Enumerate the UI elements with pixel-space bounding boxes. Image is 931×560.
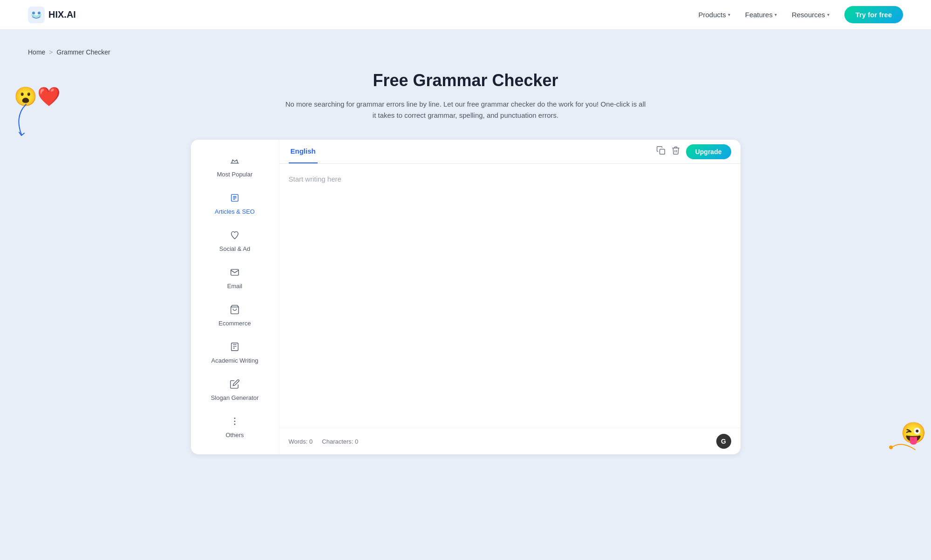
heart-icon — [230, 230, 240, 243]
chars-count: Characters: 0 — [322, 438, 358, 445]
svg-point-8 — [234, 418, 236, 419]
email-icon — [230, 267, 240, 280]
sidebar-item-social-ad[interactable]: Social & Ad — [195, 223, 275, 259]
editor-actions: Upgrade — [656, 144, 731, 159]
sidebar-item-ecommerce[interactable]: Ecommerce — [195, 298, 275, 333]
svg-point-3 — [889, 445, 893, 449]
sidebar-item-others[interactable]: Others — [195, 410, 275, 445]
upgrade-button[interactable]: Upgrade — [686, 144, 731, 159]
others-icon — [230, 416, 240, 429]
delete-icon[interactable] — [671, 146, 680, 157]
nav-resources[interactable]: Resources ▾ — [792, 11, 829, 19]
page-subtitle: No more searching for grammar errors lin… — [284, 99, 647, 121]
copy-icon[interactable] — [656, 146, 666, 157]
breadcrumb-current: Grammer Checker — [57, 48, 110, 56]
tool-card: Most Popular Articles & SEO Social & Ad … — [191, 140, 741, 454]
svg-point-1 — [32, 12, 35, 14]
editor-placeholder: Start writing here — [289, 175, 341, 183]
cart-icon — [230, 304, 240, 317]
svg-rect-11 — [659, 149, 665, 155]
editor-footer: Words: 0 Characters: 0 G — [279, 428, 741, 454]
main-content: 😮❤️ 😜 Home > Grammer Checker Free Gramma… — [0, 30, 931, 482]
sidebar-item-articles-seo[interactable]: Articles & SEO — [195, 186, 275, 222]
chevron-down-icon: ▾ — [728, 12, 730, 17]
editor-toolbar: English — [279, 140, 741, 164]
try-for-free-button[interactable]: Try for free — [844, 6, 903, 23]
arrow-decoration-right — [887, 422, 924, 459]
breadcrumb-separator: > — [49, 48, 53, 56]
arrow-decoration-left — [12, 102, 31, 139]
svg-point-2 — [38, 12, 41, 14]
crown-icon — [230, 155, 240, 168]
nav-features[interactable]: Features ▾ — [745, 11, 777, 19]
svg-rect-7 — [231, 343, 238, 351]
chevron-down-icon: ▾ — [775, 12, 777, 17]
sidebar-item-academic-writing[interactable]: Academic Writing — [195, 335, 275, 371]
logo-text: HIX.AI — [48, 9, 76, 20]
word-count: Words: 0 Characters: 0 — [289, 438, 359, 445]
editor-area: English — [279, 140, 741, 454]
chevron-down-icon: ▾ — [827, 12, 829, 17]
slogan-icon — [230, 379, 240, 391]
svg-point-9 — [234, 421, 236, 422]
nav: Products ▾ Features ▾ Resources ▾ Try fo… — [699, 6, 903, 23]
academic-icon — [230, 342, 240, 354]
language-tab[interactable]: English — [289, 140, 318, 163]
sidebar-item-slogan-generator[interactable]: Slogan Generator — [195, 372, 275, 408]
breadcrumb-home[interactable]: Home — [28, 48, 45, 56]
nav-products[interactable]: Products ▾ — [699, 11, 730, 19]
sidebar-item-email[interactable]: Email — [195, 261, 275, 296]
grammarly-icon[interactable]: G — [716, 434, 731, 449]
logo[interactable]: HIX.AI — [28, 7, 76, 23]
page-title: Free Grammar Checker — [28, 71, 903, 90]
breadcrumb: Home > Grammer Checker — [28, 48, 903, 56]
header: HIX.AI Products ▾ Features ▾ Resources ▾… — [0, 0, 931, 30]
editor-body[interactable]: Start writing here — [279, 164, 741, 428]
svg-rect-0 — [28, 7, 45, 23]
svg-point-10 — [234, 424, 236, 425]
article-icon — [230, 193, 240, 205]
svg-rect-5 — [231, 270, 239, 276]
sidebar: Most Popular Articles & SEO Social & Ad … — [191, 140, 279, 454]
words-count: Words: 0 — [289, 438, 313, 445]
sidebar-item-most-popular[interactable]: Most Popular — [195, 149, 275, 184]
